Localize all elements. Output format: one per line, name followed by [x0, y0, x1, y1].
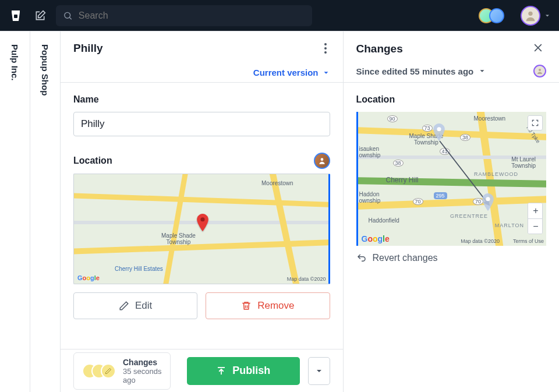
person-icon: [524, 9, 537, 22]
revert-changes-button[interactable]: Revert changes: [356, 253, 547, 263]
map-pin-icon: [196, 214, 209, 234]
remove-button-label: Remove: [257, 300, 294, 312]
cup-icon: [10, 9, 22, 22]
map-pin-new-icon: [482, 193, 494, 214]
name-label: Name: [73, 94, 330, 105]
changes-chip-title: Changes: [123, 358, 162, 367]
svg-point-5: [539, 69, 541, 71]
chevron-down-icon: [322, 69, 330, 77]
diff-location-label: Location: [356, 94, 547, 105]
avatar-me: [521, 6, 540, 26]
presence-avatar[interactable]: [314, 153, 330, 169]
location-label: Location: [73, 156, 112, 166]
document-body: Name Location: [61, 83, 343, 347]
map-provider-logo: Google: [77, 274, 100, 281]
map-credits: Map data ©2020: [287, 276, 326, 282]
svg-point-3: [320, 158, 323, 161]
avatar-user-2: [489, 8, 504, 23]
map-terms[interactable]: Terms of Use: [513, 238, 544, 244]
trash-icon: [241, 301, 252, 311]
fullscreen-icon: [531, 119, 539, 127]
map-label: Mt Laurel Township: [511, 156, 536, 169]
document-title: Philly: [73, 42, 103, 55]
changes-chip[interactable]: Changes 35 seconds ago: [73, 352, 171, 390]
change-coins: [82, 363, 116, 379]
topbar: [0, 0, 559, 31]
rail-org[interactable]: Pulp Inc.: [0, 31, 30, 392]
person-icon: [536, 68, 543, 75]
route-shield: 38: [460, 134, 470, 141]
main-frame: Pulp Inc. Popup Shop Philly Current vers…: [0, 31, 559, 392]
publish-more-button[interactable]: [308, 357, 330, 385]
changes-title: Changes: [356, 43, 403, 55]
rail-org-label: Pulp Inc.: [10, 44, 20, 81]
since-label: Since edited 55 minutes ago: [356, 66, 474, 76]
route-shield: 41: [440, 148, 450, 155]
map-pin-old-icon: [433, 123, 445, 144]
map-label: Moorestown: [474, 115, 505, 122]
chevron-down-icon: [544, 12, 551, 19]
map-label: GREENTREE: [450, 213, 488, 219]
location-map[interactable]: Moorestown Maple Shade Township Cherry H…: [73, 174, 330, 284]
changes-pane: Changes Since edited 55 minutes ago: [344, 31, 560, 392]
search-input[interactable]: [79, 10, 305, 21]
map-label: Maple Shade Township: [161, 232, 196, 245]
map-label: Haddon ownship: [359, 191, 381, 204]
author-avatar[interactable]: [533, 65, 546, 77]
route-shield: 90: [387, 115, 398, 122]
edit-button-label: Edit: [135, 300, 152, 312]
svg-point-1: [65, 12, 70, 18]
since-picker[interactable]: Since edited 55 minutes ago: [356, 66, 487, 76]
chevron-down-icon: [478, 67, 486, 75]
route-shield: 73: [422, 125, 433, 132]
undo-icon: [356, 253, 367, 263]
compose-button[interactable]: [31, 7, 49, 24]
map-label: MARLTON: [495, 223, 524, 228]
revert-label: Revert changes: [373, 253, 438, 263]
map-fullscreen-button[interactable]: [528, 115, 543, 130]
route-shield: 70: [413, 198, 423, 205]
close-button[interactable]: [530, 40, 546, 58]
publish-button[interactable]: Publish: [187, 357, 300, 385]
map-label: Moorestown: [261, 180, 293, 186]
map-zoom-out-button[interactable]: −: [528, 218, 543, 234]
map-label: RAMBLEWOOD: [474, 171, 518, 177]
document-pane-header: Philly Current version: [61, 31, 343, 83]
user-menu[interactable]: [521, 6, 551, 26]
document-pane: Philly Current version Name: [61, 31, 344, 392]
close-icon: [532, 42, 544, 54]
svg-point-2: [528, 11, 532, 15]
app-logo[interactable]: [7, 7, 24, 24]
search-box[interactable]: [56, 5, 312, 26]
changes-body: Location Moorestown Maple Shade Township…: [344, 83, 560, 275]
edit-button[interactable]: Edit: [73, 292, 197, 319]
search-icon: [63, 10, 73, 21]
publish-button-label: Publish: [232, 365, 270, 377]
rail-dataset[interactable]: Popup Shop: [30, 31, 61, 392]
version-picker[interactable]: Current version: [73, 68, 330, 77]
version-label: Current version: [253, 68, 319, 77]
document-actions-menu[interactable]: [321, 40, 330, 57]
map-label: isauken ownship: [359, 146, 381, 158]
remove-button[interactable]: Remove: [206, 292, 330, 319]
name-input[interactable]: [73, 112, 330, 136]
pencil-icon: [119, 301, 129, 311]
map-zoom-controls: + −: [528, 203, 543, 234]
diff-location-map[interactable]: Moorestown Maple Shade Township Cherry H…: [356, 112, 547, 246]
content-split: Philly Current version Name: [61, 31, 559, 392]
compose-icon: [34, 10, 46, 22]
field-location: Location Moores: [73, 153, 330, 319]
svg-rect-0: [14, 15, 17, 18]
changes-chip-age: 35 seconds ago: [123, 367, 162, 384]
collaborator-avatars[interactable]: [483, 8, 504, 23]
svg-point-7: [437, 127, 441, 131]
map-zoom-in-button[interactable]: +: [528, 203, 543, 218]
person-icon: [318, 157, 326, 165]
map-label: Cherry Hill: [386, 176, 419, 184]
rail-dataset-label: Popup Shop: [40, 44, 50, 96]
svg-point-8: [486, 197, 490, 201]
changes-pane-header: Changes Since edited 55 minutes ago: [344, 31, 560, 83]
chevron-down-icon: [314, 366, 324, 376]
document-footer: Changes 35 seconds ago Publish: [61, 349, 343, 392]
publish-icon: [216, 366, 227, 376]
